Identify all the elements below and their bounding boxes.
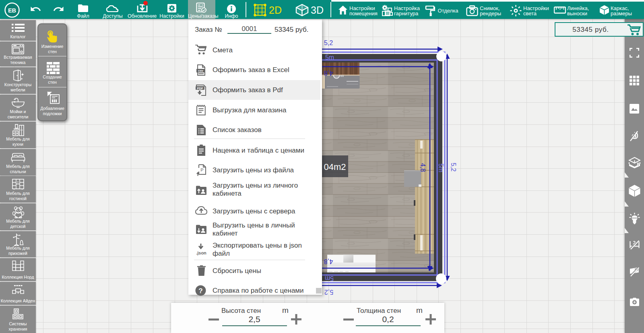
svg-text:EB: EB bbox=[8, 7, 16, 14]
svg-text:5m: 5m bbox=[325, 54, 334, 61]
svg-text:csv: csv bbox=[198, 69, 203, 72]
svg-text:PDF: PDF bbox=[197, 87, 203, 90]
svg-text:?: ? bbox=[198, 287, 202, 295]
svg-text:5,2: 5,2 bbox=[450, 163, 457, 172]
svg-text:4,8: 4,8 bbox=[324, 258, 333, 265]
svg-text:4,8: 4,8 bbox=[419, 163, 426, 172]
svg-text:5m: 5m bbox=[438, 163, 444, 172]
svg-text:5,2: 5,2 bbox=[324, 289, 333, 296]
svg-text:04m2: 04m2 bbox=[324, 162, 346, 172]
svg-text:4,8: 4,8 bbox=[324, 70, 333, 77]
svg-text:P: P bbox=[200, 168, 203, 172]
svg-text:5m: 5m bbox=[325, 275, 334, 282]
svg-text:.json: .json bbox=[196, 250, 206, 255]
svg-text:5,2: 5,2 bbox=[324, 39, 333, 46]
